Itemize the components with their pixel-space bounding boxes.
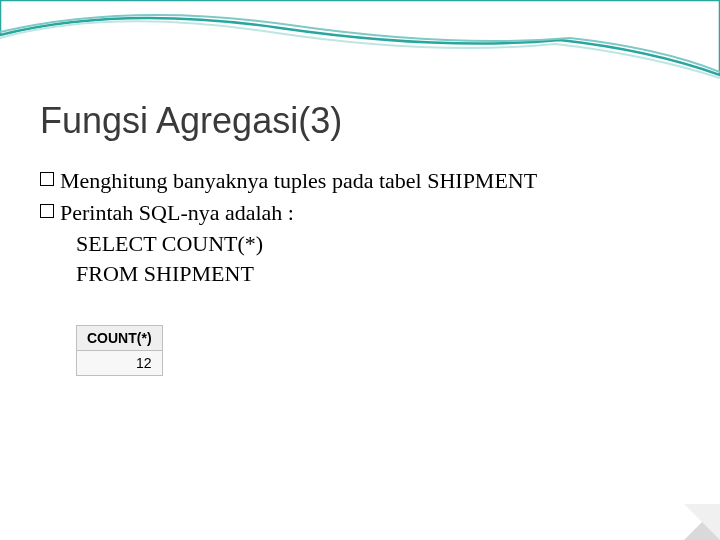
result-value: 12 — [77, 350, 163, 375]
bullet-text-1: Menghitung banyaknya tuples pada tabel S… — [60, 166, 537, 196]
slide-title: Fungsi Agregasi(3) — [40, 100, 680, 142]
bullet-box-icon — [40, 172, 54, 186]
bullet-item-2: Perintah SQL-nya adalah : — [40, 198, 680, 228]
table-row: COUNT(*) — [77, 325, 163, 350]
result-header: COUNT(*) — [77, 325, 163, 350]
table-row: 12 — [77, 350, 163, 375]
result-table: COUNT(*) 12 — [76, 325, 163, 376]
bullet-item-1: Menghitung banyaknya tuples pada tabel S… — [40, 166, 680, 196]
bullet-box-icon — [40, 204, 54, 218]
sql-line-1: SELECT COUNT(*) — [76, 229, 680, 259]
sql-code-block: SELECT COUNT(*) FROM SHIPMENT — [76, 229, 680, 288]
slide-content: Fungsi Agregasi(3) Menghitung banyaknya … — [0, 0, 720, 416]
page-curl-icon — [684, 504, 720, 540]
sql-line-2: FROM SHIPMENT — [76, 259, 680, 289]
bullet-text-2: Perintah SQL-nya adalah : — [60, 198, 294, 228]
